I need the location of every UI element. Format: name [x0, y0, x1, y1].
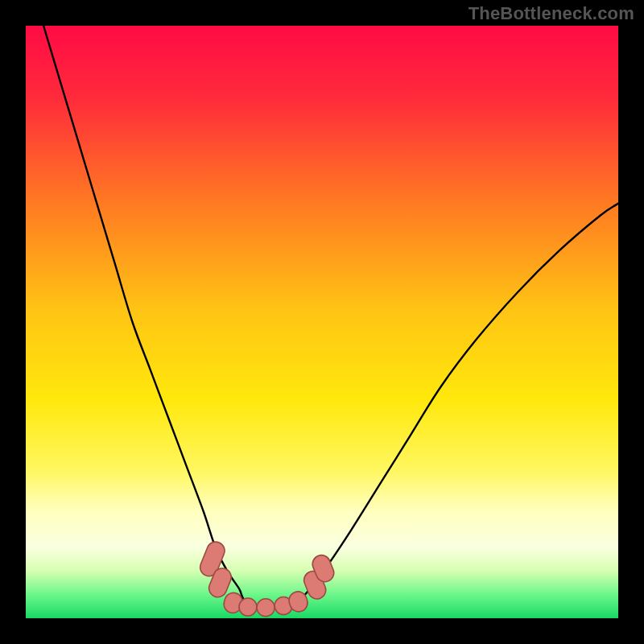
watermark-text: TheBottleneck.com: [469, 3, 634, 24]
chart-frame: TheBottleneck.com: [0, 0, 644, 644]
gradient-background: [26, 26, 618, 618]
curve-marker: [239, 598, 257, 616]
plot-area: [26, 26, 618, 618]
bottleneck-chart: [26, 26, 618, 618]
curve-marker: [257, 599, 275, 617]
